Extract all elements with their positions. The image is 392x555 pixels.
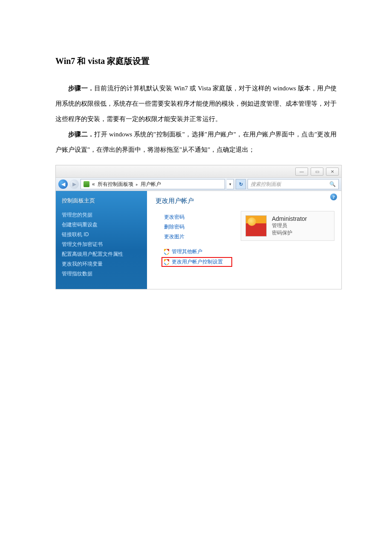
shield-icon — [164, 259, 169, 265]
control-panel-screenshot: — ▭ ✕ ◀ ▶ « 所有控制面板项 ▸ 用户帐户 ▾ ↻ 搜索控制面板 🔍 … — [55, 165, 342, 289]
task-list: 更改密码 删除密码 更改图片 管理其他帐户 更改用户帐户控制设置 — [164, 211, 232, 269]
breadcrumb-prefix: « — [92, 181, 95, 187]
sidebar-link-credentials[interactable]: 管理您的凭据 — [62, 211, 141, 219]
task-manage-other-accounts-label: 管理其他帐户 — [172, 248, 202, 255]
sidebar-link-env-vars[interactable]: 更改我的环境变量 — [62, 260, 141, 268]
search-placeholder: 搜索控制面板 — [251, 181, 281, 188]
sidebar-link-advanced-profile[interactable]: 配置高级用户配置文件属性 — [62, 251, 141, 258]
main-content: ? 更改用户帐户 更改密码 删除密码 更改图片 管理其他帐户 — [147, 191, 341, 289]
task-remove-password[interactable]: 删除密码 — [164, 223, 232, 231]
breadcrumb[interactable]: « 所有控制面板项 ▸ 用户帐户 — [81, 179, 225, 189]
shield-icon — [164, 249, 169, 255]
minimize-button[interactable]: — — [295, 168, 308, 176]
paragraph-step2: 步骤二．打开 windows 系统的"控制面板"，选择"用户账户"，在用户账户界… — [55, 127, 337, 157]
breadcrumb-item-all[interactable]: 所有控制面板项 — [98, 181, 133, 188]
chevron-right-icon: ▸ — [136, 182, 138, 187]
sidebar-link-file-encryption-cert[interactable]: 管理文件加密证书 — [62, 241, 141, 248]
doc-title: Win7 和 vista 家庭版设置 — [55, 55, 337, 67]
step1-label: 步骤一． — [68, 84, 94, 92]
sidebar-home-link[interactable]: 控制面板主页 — [62, 197, 141, 205]
search-input[interactable]: 搜索控制面板 🔍 — [248, 179, 339, 189]
breadcrumb-dropdown[interactable]: ▾ — [227, 179, 234, 189]
sidebar: 控制面板主页 管理您的凭据 创建密码重设盘 链接联机 ID 管理文件加密证书 配… — [56, 191, 147, 289]
sidebar-link-fingerprint[interactable]: 管理指纹数据 — [62, 270, 141, 278]
close-button[interactable]: ✕ — [326, 168, 339, 176]
address-bar: ◀ ▶ « 所有控制面板项 ▸ 用户帐户 ▾ ↻ 搜索控制面板 🔍 — [56, 177, 341, 191]
task-change-uac-settings[interactable]: 更改用户帐户控制设置 — [161, 257, 232, 267]
nav-back-button[interactable]: ◀ — [58, 179, 68, 189]
sidebar-link-online-id[interactable]: 链接联机 ID — [62, 231, 141, 238]
step1-text: 目前流行的计算机默认安装 Win7 或 Vista 家庭版，对于这样的 wind… — [55, 85, 337, 122]
task-change-uac-settings-label: 更改用户帐户控制设置 — [172, 258, 223, 266]
account-password-status: 密码保护 — [272, 229, 307, 237]
account-card: Administrator 管理员 密码保护 — [241, 211, 334, 241]
account-role: 管理员 — [272, 222, 307, 229]
help-icon[interactable]: ? — [330, 194, 337, 200]
nav-forward-button[interactable]: ▶ — [69, 179, 79, 189]
avatar — [245, 215, 267, 237]
refresh-button[interactable]: ↻ — [236, 179, 246, 189]
control-panel-icon — [84, 181, 89, 187]
task-manage-other-accounts[interactable]: 管理其他帐户 — [164, 248, 232, 255]
maximize-button[interactable]: ▭ — [311, 168, 323, 176]
window-titlebar: — ▭ ✕ — [56, 165, 341, 177]
step2-text: 打开 windows 系统的"控制面板"，选择"用户账户"，在用户账户界面中，点… — [55, 131, 337, 153]
account-name: Administrator — [272, 215, 307, 222]
section-title: 更改用户帐户 — [156, 197, 334, 205]
task-change-password[interactable]: 更改密码 — [164, 214, 232, 221]
sidebar-link-password-reset-disk[interactable]: 创建密码重设盘 — [62, 221, 141, 228]
breadcrumb-item-user-accounts[interactable]: 用户帐户 — [141, 181, 161, 188]
task-change-picture[interactable]: 更改图片 — [164, 233, 232, 240]
step2-label: 步骤二． — [68, 130, 94, 138]
paragraph-step1: 步骤一．目前流行的计算机默认安装 Win7 或 Vista 家庭版，对于这样的 … — [55, 81, 337, 127]
search-icon: 🔍 — [329, 181, 336, 187]
